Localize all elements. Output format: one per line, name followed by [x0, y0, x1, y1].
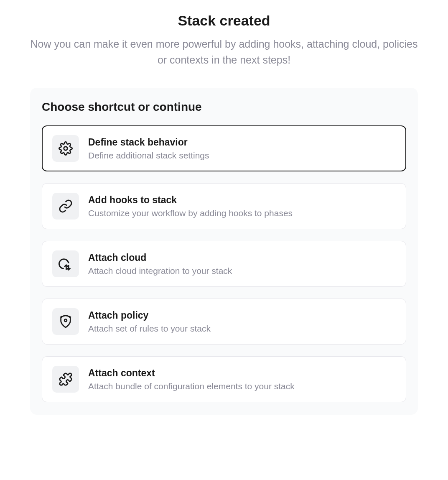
link-icon — [52, 193, 79, 220]
option-text: Add hooks to stack Customize your workfl… — [88, 194, 293, 218]
option-add-hooks[interactable]: Add hooks to stack Customize your workfl… — [42, 183, 406, 229]
page-title: Stack created — [25, 13, 423, 29]
option-desc: Attach bundle of configuration elements … — [88, 381, 295, 391]
option-title: Add hooks to stack — [88, 194, 293, 206]
svg-point-0 — [64, 147, 68, 151]
option-text: Attach cloud Attach cloud integration to… — [88, 252, 232, 276]
option-desc: Define additional stack settings — [88, 151, 209, 161]
option-text: Attach context Attach bundle of configur… — [88, 368, 295, 391]
option-attach-policy[interactable]: Attach policy Attach set of rules to you… — [42, 299, 406, 345]
option-desc: Customize your workflow by adding hooks … — [88, 208, 293, 218]
option-desc: Attach cloud integration to your stack — [88, 266, 232, 276]
option-desc: Attach set of rules to your stack — [88, 324, 211, 334]
card-title: Choose shortcut or continue — [42, 100, 406, 114]
option-title: Attach policy — [88, 310, 211, 321]
option-attach-context[interactable]: Attach context Attach bundle of configur… — [42, 356, 406, 402]
page-header: Stack created Now you can make it even m… — [0, 13, 448, 68]
option-attach-cloud[interactable]: Attach cloud Attach cloud integration to… — [42, 241, 406, 287]
gear-icon — [52, 135, 79, 162]
option-title: Attach cloud — [88, 252, 232, 263]
options-list: Define stack behavior Define additional … — [42, 125, 406, 402]
option-define-behavior[interactable]: Define stack behavior Define additional … — [42, 125, 406, 171]
shortcut-card: Choose shortcut or continue Define stack… — [30, 88, 418, 415]
cloud-icon — [52, 250, 79, 277]
policy-icon — [52, 308, 79, 335]
option-text: Define stack behavior Define additional … — [88, 137, 209, 161]
option-title: Attach context — [88, 368, 295, 379]
puzzle-icon — [52, 366, 79, 393]
svg-point-1 — [64, 319, 67, 322]
option-title: Define stack behavior — [88, 137, 209, 148]
option-text: Attach policy Attach set of rules to you… — [88, 310, 211, 334]
page-subtitle: Now you can make it even more powerful b… — [25, 36, 423, 68]
